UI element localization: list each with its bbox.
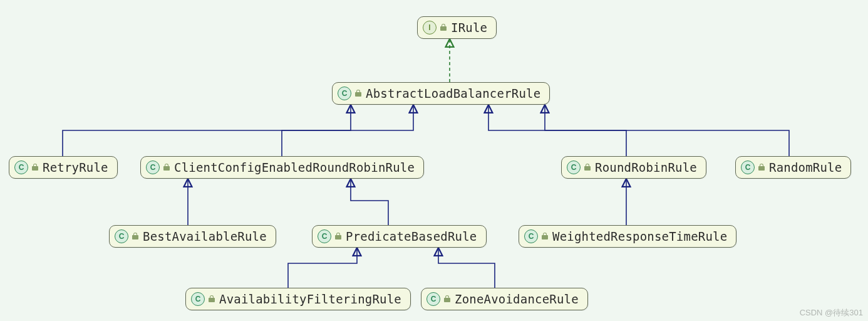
class-label: AbstractLoadBalancerRule xyxy=(366,87,540,100)
class-icon: C xyxy=(426,292,440,306)
lock-icon xyxy=(584,164,591,171)
node-bestavailablerule: C BestAvailableRule xyxy=(109,225,276,248)
edge-zoneavoid-predicate xyxy=(438,248,495,288)
lock-icon xyxy=(209,295,215,303)
class-icon: C xyxy=(115,229,128,243)
lock-icon xyxy=(355,90,362,97)
node-roundrobinrule: C RoundRobinRule xyxy=(561,156,706,179)
class-icon: C xyxy=(338,87,351,100)
class-label: AvailabilityFilteringRule xyxy=(219,292,401,306)
lock-icon xyxy=(163,164,170,171)
lock-icon xyxy=(758,164,765,171)
class-icon: C xyxy=(567,160,581,174)
class-label: RandomRule xyxy=(769,160,842,174)
class-icon: C xyxy=(146,160,160,174)
interface-icon: I xyxy=(423,21,437,34)
lock-icon xyxy=(335,233,342,240)
lock-icon xyxy=(440,24,447,31)
class-label: ClientConfigEnabledRoundRobinRule xyxy=(174,160,415,174)
class-label: ZoneAvoidanceRule xyxy=(455,292,579,306)
edge-roundrobin-abstract xyxy=(488,105,626,156)
class-label: RetryRule xyxy=(43,160,108,174)
class-icon: C xyxy=(524,229,538,243)
edge-retry-abstract xyxy=(63,105,351,156)
class-icon: C xyxy=(14,160,28,174)
watermark: CSDN @待续301 xyxy=(800,307,863,318)
node-weightedresponsetimerule: C WeightedResponseTimeRule xyxy=(519,225,736,248)
node-randomrule: C RandomRule xyxy=(735,156,851,179)
node-predicatebasedrule: C PredicateBasedRule xyxy=(312,225,487,248)
node-abstractloadbalancerrule: C AbstractLoadBalancerRule xyxy=(332,82,550,105)
edge-predicate-clientcfg xyxy=(351,179,388,225)
node-availabilityfilteringrule: C AvailabilityFilteringRule xyxy=(185,288,411,310)
node-irule: I IRule xyxy=(417,16,497,39)
class-label: RoundRobinRule xyxy=(595,160,697,174)
lock-icon xyxy=(32,164,39,171)
uml-class-hierarchy-diagram: { "diagram": { "type": "class-hierarchy"… xyxy=(0,0,868,321)
edge-clientcfg-abstract xyxy=(282,105,413,156)
class-label: PredicateBasedRule xyxy=(346,229,477,243)
class-label: BestAvailableRule xyxy=(143,229,267,243)
lock-icon xyxy=(132,233,139,240)
class-icon: C xyxy=(191,292,205,306)
node-retryrule: C RetryRule xyxy=(9,156,118,179)
edge-availfilter-predicate xyxy=(288,248,357,288)
edge-random-abstract xyxy=(545,105,789,156)
class-icon: C xyxy=(318,229,331,243)
node-zoneavoidancerule: C ZoneAvoidanceRule xyxy=(421,288,588,310)
class-label: WeightedResponseTimeRule xyxy=(552,229,727,243)
lock-icon xyxy=(542,233,549,240)
lock-icon xyxy=(444,295,451,303)
node-clientconfigenabledroundrobinrule: C ClientConfigEnabledRoundRobinRule xyxy=(140,156,424,179)
class-label: IRule xyxy=(451,21,487,34)
class-icon: C xyxy=(741,160,755,174)
